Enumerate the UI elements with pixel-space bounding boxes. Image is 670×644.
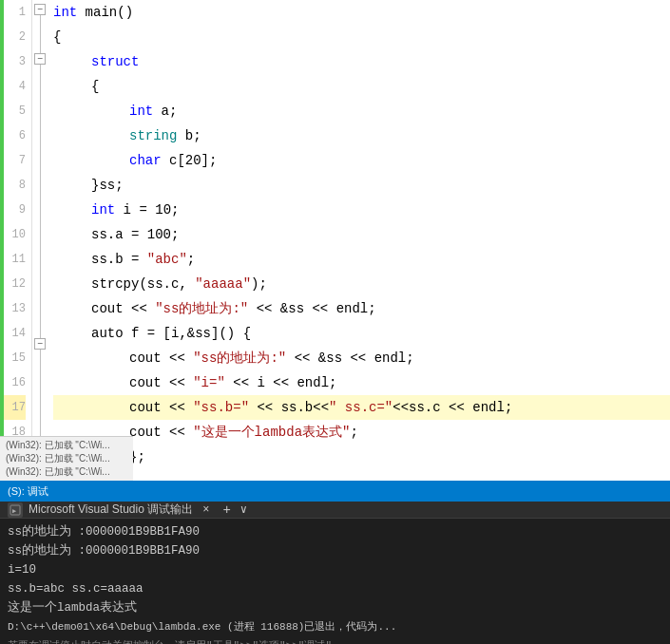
warning-line-2: (Win32): 已加载 "C:\Wi...: [6, 452, 127, 465]
code-line-5: int a;: [53, 99, 670, 123]
fold-button-lambda[interactable]: −: [34, 338, 46, 350]
console-close-button[interactable]: ×: [202, 503, 209, 517]
code-line-1: int main(): [53, 0, 670, 25]
code-line-12: strcpy(ss.c, "aaaaa" );: [53, 272, 670, 296]
warning-line-3: (Win32): 已加载 "C:\Wi...: [6, 465, 127, 479]
string-ssb: "ss.b=": [193, 395, 249, 420]
code-line-14: auto f = [i,&ss]() {: [53, 321, 670, 346]
string-ss-addr1: "ss的地址为:": [155, 296, 248, 321]
warning-line-1: (Win32): 已加载 "C:\Wi...: [6, 439, 127, 452]
code-line-3: struct: [53, 49, 670, 74]
debug-line-7: 若要在调试停止时自动关闭控制台，请启用"工具">>"选项">>"调试"...: [8, 636, 662, 644]
keyword-int: int: [53, 0, 77, 25]
debug-panel: ▶ Microsoft Visual Studio 调试输出 × + ∨ ss的…: [0, 502, 670, 644]
code-line-16: cout << "i=" << i << endl;: [53, 370, 670, 395]
keyword-int2: int: [129, 99, 153, 123]
code-line-19: };: [53, 445, 670, 469]
string-lambda: "这是一个lambda表达式": [193, 420, 350, 445]
code-line-18: cout << "这是一个lambda表达式" ;: [53, 420, 670, 445]
keyword-int3: int: [91, 198, 115, 222]
code-content[interactable]: int main() { struct { int a; string b; c…: [49, 0, 670, 532]
code-line-8: }ss;: [53, 173, 670, 198]
bottom-status-warnings: (Win32): 已加载 "C:\Wi... (Win32): 已加载 "C:\…: [0, 436, 133, 481]
keyword-char: char: [129, 148, 162, 173]
string-abc: "abc": [147, 247, 187, 272]
console-icon: ▶: [8, 502, 23, 518]
debug-output-content: ss的地址为 :0000001B9BB1FA90 ss的地址为 :0000001…: [0, 519, 670, 644]
code-line-13: cout << "ss的地址为:" << &ss << endl;: [53, 296, 670, 321]
fold-button-struct[interactable]: −: [34, 53, 46, 65]
console-add-tab-button[interactable]: +: [222, 502, 230, 518]
code-line-7: char c[20];: [53, 148, 670, 173]
debug-line-4: ss.b=abc ss.c=aaaaa: [8, 579, 662, 598]
status-text: (S): 调试: [8, 484, 48, 499]
debug-line-1: ss的地址为 :0000001B9BB1FA90: [8, 522, 662, 541]
code-line-10: ss.a = 100;: [53, 222, 670, 247]
debug-titlebar: ▶ Microsoft Visual Studio 调试输出 × + ∨: [0, 502, 670, 519]
string-ieq: "i=": [193, 370, 225, 395]
console-expand-button[interactable]: ∨: [240, 502, 247, 517]
debug-title: Microsoft Visual Studio 调试输出: [29, 502, 193, 518]
svg-text:▶: ▶: [12, 507, 17, 515]
debug-line-3: i=10: [8, 560, 662, 579]
code-line-2: {: [53, 25, 670, 49]
string-ss-addr2: "ss的地址为:": [193, 346, 286, 370]
string-aaaaa: "aaaaa": [195, 272, 251, 296]
fold-button-main[interactable]: −: [34, 4, 46, 15]
debug-line-2: ss的地址为 :0000001B9BB1FA90: [8, 541, 662, 560]
debug-line-6: D:\c++\demo01\x64\Debug\lambda.exe (进程 1…: [8, 617, 662, 636]
keyword-struct: struct: [91, 49, 139, 74]
debug-line-5: 这是一个lambda表达式: [8, 598, 662, 617]
keyword-string: string: [129, 123, 177, 148]
string-ssc: " ss.c=": [329, 395, 392, 420]
code-line-9: int i = 10;: [53, 198, 670, 222]
code-line-17: cout << "ss.b=" << ss.b<< " ss.c=" <<ss.…: [53, 395, 670, 420]
status-bar: (S): 调试: [0, 481, 670, 502]
code-line-6: string b;: [53, 123, 670, 148]
code-line-11: ss.b = "abc" ;: [53, 247, 670, 272]
code-line-4: {: [53, 74, 670, 99]
code-line-15: cout << "ss的地址为:" << &ss << endl;: [53, 346, 670, 370]
